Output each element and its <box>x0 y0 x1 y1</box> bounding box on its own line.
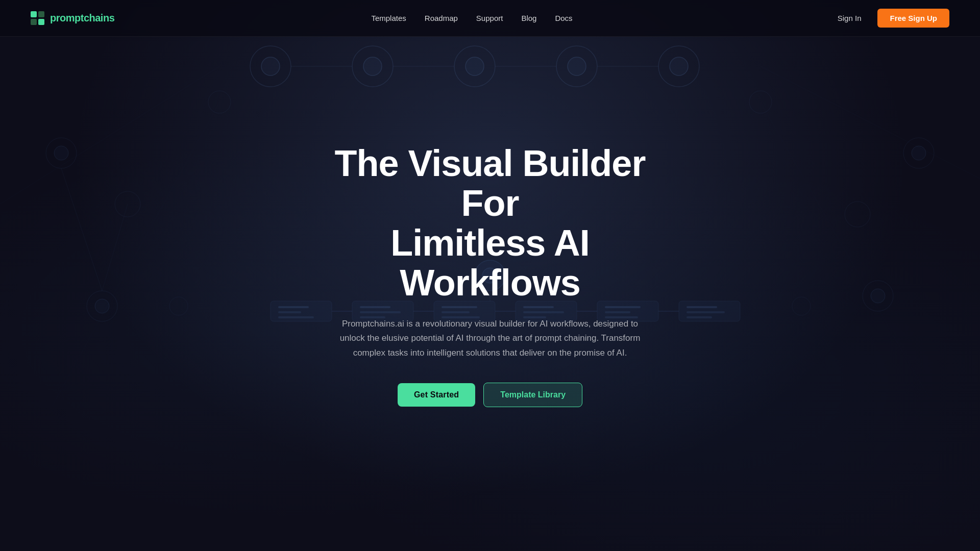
svg-line-61 <box>761 102 929 398</box>
svg-rect-53 <box>687 311 725 313</box>
logo-square-3 <box>31 19 37 25</box>
nav-links: Templates Roadmap Support Blog Docs <box>371 14 572 23</box>
svg-line-59 <box>761 66 980 179</box>
hero-subtitle: Promptchains.ai is a revolutionary visua… <box>332 317 648 360</box>
svg-line-24 <box>61 168 102 291</box>
template-library-button[interactable]: Template Library <box>483 383 582 407</box>
nav-link-blog[interactable]: Blog <box>521 14 536 22</box>
svg-point-65 <box>792 297 811 315</box>
svg-line-60 <box>51 102 219 408</box>
signin-button[interactable]: Sign In <box>829 10 870 27</box>
hero-title-line1: The Visual Builder For <box>335 143 646 223</box>
hero-content: The Visual Builder For Limitless AI Work… <box>296 144 684 407</box>
logo-text: promptchains <box>50 12 114 24</box>
nav-actions: Sign In Free Sign Up <box>829 9 949 28</box>
logo-link[interactable]: promptchains <box>31 11 114 26</box>
svg-rect-54 <box>687 316 712 318</box>
nav-link-support[interactable]: Support <box>476 14 503 22</box>
svg-point-5 <box>465 57 484 76</box>
hero-section: The Visual Builder For Limitless AI Work… <box>0 0 980 551</box>
svg-point-9 <box>670 57 688 76</box>
get-started-button[interactable]: Get Started <box>398 383 475 407</box>
signup-button[interactable]: Free Sign Up <box>877 9 949 28</box>
svg-point-64 <box>169 297 188 315</box>
svg-rect-52 <box>687 306 717 308</box>
nav-link-templates[interactable]: Templates <box>371 14 406 22</box>
logo-square-4 <box>38 19 44 25</box>
logo-suffix: chains <box>84 12 114 23</box>
hero-title: The Visual Builder For Limitless AI Work… <box>316 144 664 303</box>
logo-prefix: prompt <box>50 12 84 23</box>
svg-point-20 <box>912 146 926 160</box>
nav-link-docs[interactable]: Docs <box>555 14 572 22</box>
nav-link-roadmap[interactable]: Roadmap <box>425 14 458 22</box>
hero-title-line2: Limitless AI Workflows <box>390 222 589 303</box>
navbar: promptchains Templates Roadmap Support B… <box>0 0 980 37</box>
logo-square-2 <box>38 11 44 17</box>
svg-point-15 <box>54 146 68 160</box>
svg-line-25 <box>102 204 128 291</box>
svg-point-21 <box>845 202 870 227</box>
logo-square-1 <box>31 11 37 17</box>
hero-cta-group: Get Started Template Library <box>316 383 664 407</box>
svg-point-7 <box>568 57 586 76</box>
svg-point-3 <box>363 57 382 76</box>
svg-point-23 <box>871 289 885 303</box>
logo-icon <box>31 11 45 26</box>
svg-point-1 <box>261 57 280 76</box>
svg-line-58 <box>0 66 219 204</box>
